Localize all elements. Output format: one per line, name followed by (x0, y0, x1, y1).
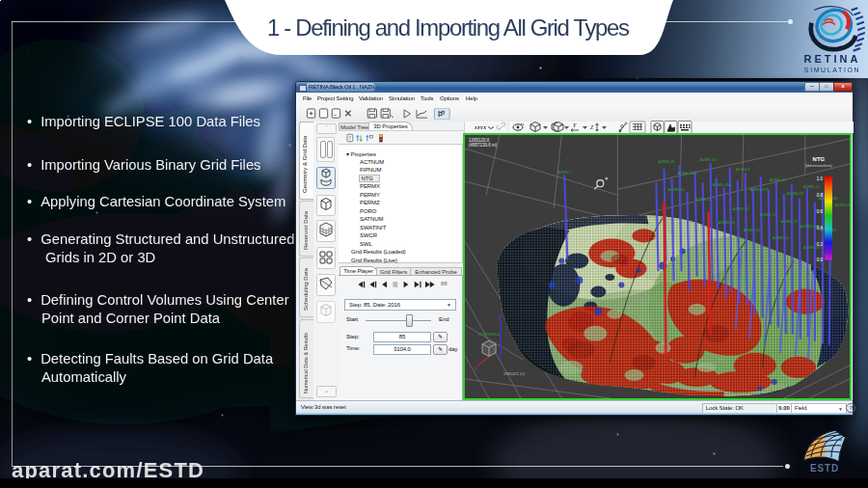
svg-text:(dimensionless): (dimensionless) (805, 163, 833, 168)
svg-text:STYX: STYX (475, 125, 487, 130)
svg-text:Y: Y (573, 122, 577, 128)
svg-text:AZMN-24: AZMN-24 (744, 228, 761, 232)
svg-text:AZMN-19: AZMN-19 (719, 220, 736, 225)
svg-text:Z: Z (499, 314, 502, 320)
svg-text:AZMN-21: AZMN-21 (695, 197, 713, 202)
svg-text:ESTD: ESTD (810, 463, 839, 474)
svg-text:AZMN-15: AZMN-15 (659, 159, 676, 164)
svg-text:AZMN-57D: AZMN-57D (750, 187, 770, 192)
svg-text:AZMN-26D: AZMN-26D (678, 171, 697, 176)
svg-text:AZMN-63: AZMN-63 (787, 191, 804, 196)
svg-text:AZMN-40: AZMN-40 (770, 177, 787, 182)
svg-text:025P82E8.0: 025P82E8.0 (478, 332, 501, 337)
svg-text:0.6: 0.6 (817, 209, 824, 214)
svg-text:AZMN-11: AZMN-11 (803, 184, 821, 189)
svg-text:AZMN-52: AZMN-52 (733, 206, 750, 211)
svg-text:AZMN-44: AZMN-44 (668, 187, 686, 192)
svg-text:AZMN-29: AZMN-29 (781, 219, 799, 224)
svg-text:1 - Defining and Importing All: 1 - Defining and Importing All Grid Type… (267, 14, 630, 41)
svg-text:AZMN-17: AZMN-17 (760, 212, 777, 217)
svg-text:0.0: 0.0 (817, 258, 824, 262)
svg-text:RETINA: RETINA (804, 53, 861, 65)
svg-text:0.8: 0.8 (817, 193, 824, 198)
svg-text:(4957139.6 m): (4957139.6 m) (469, 143, 498, 148)
svg-text:Z: Z (590, 124, 594, 130)
svg-text:1.0: 1.0 (817, 176, 824, 181)
svg-text:X: X (474, 366, 477, 371)
svg-text:AZMN-2: AZMN-2 (557, 170, 573, 175)
svg-text:AZMN-55: AZMN-55 (773, 235, 790, 240)
svg-text:AZMN-8: AZMN-8 (736, 167, 751, 172)
svg-text:0.2: 0.2 (817, 242, 824, 247)
svg-text:AZMN-46D: AZMN-46D (713, 182, 732, 187)
svg-text:0.4: 0.4 (817, 226, 824, 230)
svg-text:SIMULATION: SIMULATION (804, 67, 860, 73)
svg-text:NTG: NTG (813, 156, 826, 162)
svg-text:2380421 2.0: 2380421 2.0 (503, 371, 526, 376)
svg-text:AZMN-30: AZMN-30 (700, 157, 718, 162)
svg-text:AZMN-49: AZMN-49 (835, 203, 850, 207)
